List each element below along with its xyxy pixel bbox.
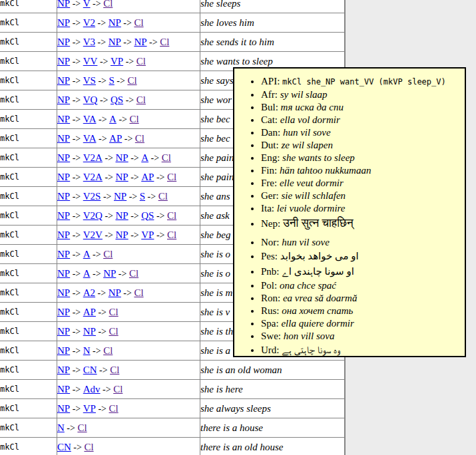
category-link[interactable]: NP: [57, 403, 70, 414]
category-link[interactable]: NP: [57, 345, 70, 356]
category-link[interactable]: NP: [57, 0, 70, 9]
category-link[interactable]: CN: [83, 365, 97, 375]
arrow-separator: ->: [96, 307, 109, 317]
category-link[interactable]: Adv: [83, 384, 101, 394]
category-link[interactable]: NP: [109, 37, 121, 47]
category-link[interactable]: Cl: [77, 422, 87, 433]
category-link[interactable]: VP: [141, 229, 154, 240]
category-link[interactable]: NP: [57, 384, 70, 394]
category-link[interactable]: NP: [115, 172, 128, 182]
category-link[interactable]: NP: [57, 229, 70, 240]
category-link[interactable]: V3: [83, 37, 95, 47]
category-link[interactable]: QS: [141, 210, 154, 221]
category-link[interactable]: Cl: [113, 384, 122, 394]
category-link[interactable]: Cl: [103, 345, 113, 356]
category-link[interactable]: VA: [83, 133, 97, 144]
arrow-separator: ->: [96, 114, 109, 124]
category-link[interactable]: A: [109, 114, 117, 124]
category-link[interactable]: NP: [57, 365, 70, 375]
category-link[interactable]: Cl: [134, 17, 143, 28]
category-link[interactable]: NP: [57, 172, 70, 182]
category-link[interactable]: Cl: [103, 0, 113, 9]
arrow-separator: ->: [145, 192, 158, 202]
category-link[interactable]: Cl: [136, 56, 146, 67]
category-link[interactable]: S: [109, 75, 115, 86]
category-link[interactable]: NP: [57, 133, 70, 144]
category-link[interactable]: NP: [103, 268, 116, 279]
category-link[interactable]: NP: [134, 37, 146, 47]
category-link[interactable]: Cl: [129, 268, 138, 279]
category-link[interactable]: Cl: [158, 191, 168, 202]
category-link[interactable]: NP: [57, 307, 70, 317]
category-link[interactable]: NP: [57, 287, 70, 298]
category-link[interactable]: A2: [83, 287, 95, 298]
category-link[interactable]: VA: [83, 114, 97, 124]
category-link[interactable]: Cl: [109, 307, 119, 317]
category-link[interactable]: NP: [57, 326, 70, 337]
category-link[interactable]: Cl: [134, 287, 143, 298]
category-link[interactable]: NP: [57, 191, 70, 202]
category-link[interactable]: Cl: [127, 75, 136, 86]
category-link[interactable]: Cl: [84, 442, 93, 452]
category-link[interactable]: NP: [57, 268, 70, 279]
category-link[interactable]: QS: [111, 94, 123, 105]
category-link[interactable]: NP: [109, 17, 121, 28]
category-link[interactable]: Cl: [110, 365, 119, 375]
category-link[interactable]: Cl: [129, 114, 138, 124]
category-link[interactable]: CN: [57, 442, 71, 452]
category-link[interactable]: Cl: [162, 152, 171, 163]
category-link[interactable]: VS: [83, 75, 96, 86]
category-link[interactable]: S: [140, 191, 145, 202]
category-link[interactable]: Cl: [167, 229, 176, 240]
category-link[interactable]: Cl: [167, 210, 176, 221]
category-link[interactable]: AP: [141, 172, 154, 182]
category-link[interactable]: V2Q: [83, 210, 103, 221]
arrow-separator: ->: [70, 57, 83, 67]
category-link[interactable]: NP: [57, 37, 70, 47]
category-link[interactable]: NP: [115, 210, 128, 221]
category-link[interactable]: NP: [57, 75, 70, 86]
category-link[interactable]: NP: [115, 229, 128, 240]
table-row: mkClNP -> VP -> Clshe always sleeps: [0, 399, 345, 418]
category-link[interactable]: NP: [114, 191, 126, 202]
category-link[interactable]: V2A: [83, 172, 103, 182]
category-link[interactable]: NP: [57, 56, 70, 67]
category-link[interactable]: VQ: [83, 94, 98, 105]
category-link[interactable]: NP: [83, 326, 96, 337]
category-link[interactable]: Cl: [109, 326, 119, 337]
category-link[interactable]: NP: [57, 152, 70, 163]
category-link[interactable]: V2S: [83, 191, 101, 202]
category-link[interactable]: NP: [57, 94, 70, 105]
category-link[interactable]: V: [83, 0, 91, 9]
category-link[interactable]: Cl: [167, 172, 176, 182]
category-link[interactable]: Cl: [103, 249, 113, 259]
language-label: Fin:: [261, 165, 277, 176]
category-link[interactable]: V2: [83, 17, 95, 28]
category-link[interactable]: NP: [109, 287, 121, 298]
category-link[interactable]: NP: [57, 249, 70, 259]
category-link[interactable]: VV: [83, 56, 98, 67]
category-link[interactable]: Cl: [160, 37, 169, 47]
category-link[interactable]: VP: [111, 56, 123, 67]
arrow-separator: ->: [70, 37, 83, 47]
category-link[interactable]: NP: [115, 152, 128, 163]
category-link[interactable]: NP: [57, 114, 70, 124]
category-link[interactable]: N: [57, 422, 65, 433]
category-link[interactable]: Cl: [136, 94, 146, 105]
category-link[interactable]: N: [83, 345, 91, 356]
category-link[interactable]: V2V: [83, 229, 103, 240]
category-link[interactable]: VP: [83, 403, 96, 414]
category-link[interactable]: NP: [57, 210, 70, 221]
category-link[interactable]: AP: [109, 133, 122, 144]
translation-text: او سونا چاہندی اے: [282, 266, 354, 277]
category-link[interactable]: Cl: [135, 133, 144, 144]
category-link[interactable]: A: [83, 268, 91, 279]
category-link[interactable]: A: [141, 152, 148, 163]
category-link[interactable]: NP: [57, 17, 70, 28]
language-label: Nep:: [261, 218, 280, 229]
category-link[interactable]: V2A: [83, 152, 103, 163]
category-link[interactable]: A: [83, 249, 91, 259]
category-link[interactable]: AP: [83, 307, 96, 317]
translation-tooltip: API: mkCl she_NP want_VV (mkVP sleep_V)A…: [233, 67, 466, 357]
category-link[interactable]: Cl: [109, 403, 119, 414]
